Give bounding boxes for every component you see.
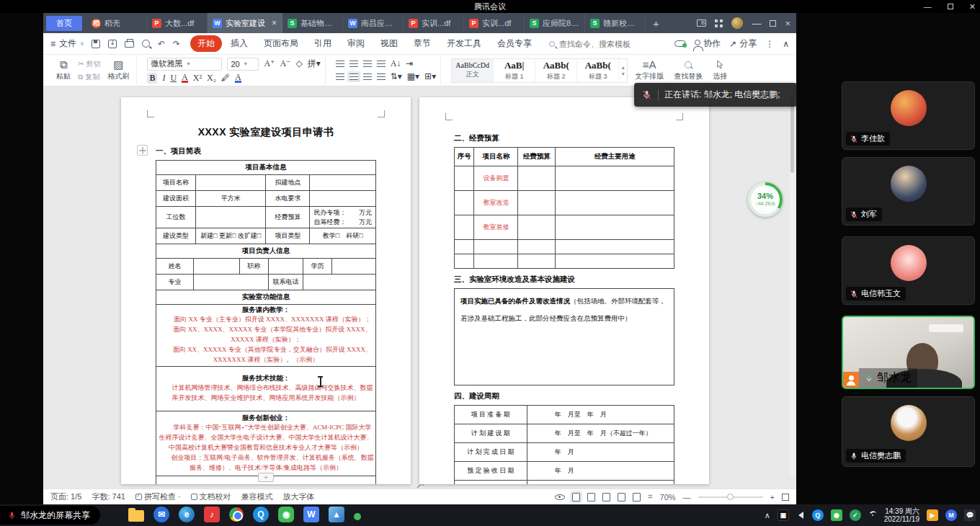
search-input[interactable] xyxy=(559,40,653,48)
zoom-out-icon[interactable]: — xyxy=(683,493,691,502)
align-justify-icon[interactable] xyxy=(377,73,386,80)
participant-tile[interactable]: 李佳歆 xyxy=(842,81,975,150)
read-view-icon[interactable] xyxy=(602,493,610,502)
font-size-select[interactable]: 20▾ xyxy=(227,58,259,71)
web-view-icon[interactable] xyxy=(618,493,625,502)
qq-icon[interactable]: Q xyxy=(253,507,269,522)
font-name-select[interactable]: 微软雅黑▾ xyxy=(147,58,222,71)
menu-tab-review[interactable]: 审阅 xyxy=(340,35,372,52)
edge-browser-icon[interactable]: e xyxy=(179,507,195,522)
menu-tab-page-layout[interactable]: 页面布局 xyxy=(257,35,306,52)
account-avatar[interactable] xyxy=(731,17,743,29)
photos-icon[interactable]: ▲ xyxy=(329,507,344,522)
menu-tab-home[interactable]: 开始 xyxy=(190,35,222,52)
zoom-slider[interactable] xyxy=(698,496,763,498)
close-icon[interactable]: ✕ xyxy=(969,2,976,12)
chrome-icon[interactable] xyxy=(229,507,244,522)
line-spacing-icon[interactable]: ⇅▾ xyxy=(391,71,402,82)
document-scrollbar[interactable] xyxy=(790,89,795,476)
menu-tab-developer[interactable]: 开发工具 xyxy=(440,35,489,52)
menu-tab-member[interactable]: 会员专享 xyxy=(490,35,539,52)
char-color-button[interactable]: A xyxy=(235,73,241,83)
more-icon[interactable]: ⋮ xyxy=(765,39,774,49)
participant-tile[interactable]: 电信韩玉文 xyxy=(842,236,975,305)
redo-icon[interactable]: ↷ xyxy=(173,39,180,49)
print-preview-icon[interactable] xyxy=(142,40,150,48)
menu-tab-insert[interactable]: 插入 xyxy=(223,35,255,52)
tab-sheet-1[interactable]: S 基础物理实验 xyxy=(282,13,343,33)
save-icon[interactable] xyxy=(92,40,100,48)
participant-tile[interactable]: 刘军 xyxy=(842,157,975,226)
tab-sheet-2[interactable]: S 应师院800C xyxy=(525,13,585,33)
new-tab-button[interactable]: + xyxy=(646,17,667,30)
tab-docer[interactable]: 稻 稻壳 xyxy=(86,13,147,33)
tab-pdf-1[interactable]: P 大数...df xyxy=(147,13,208,33)
cloud-sync-icon[interactable] xyxy=(674,40,686,47)
style-heading-1[interactable]: AaB| 标题 1 xyxy=(494,59,535,82)
tab-pdf-2[interactable]: P 实训...df xyxy=(404,13,464,33)
spell-check-toggle[interactable]: 拼写检查 · xyxy=(135,491,181,502)
number-list-icon[interactable] xyxy=(349,61,358,67)
format-painter-button[interactable]: ▨ 格式刷 xyxy=(104,59,132,81)
bold-button[interactable]: B xyxy=(147,73,157,84)
tray-clock[interactable]: 14:39 周六 2022/11/19 xyxy=(884,507,919,523)
tab-sheet-3[interactable]: S 赣新校区实训 xyxy=(585,13,646,33)
pinyin-icon[interactable]: 拼▾ xyxy=(308,58,321,70)
italic-button[interactable]: I xyxy=(162,73,165,84)
meeting-tray-icon[interactable]: ▣ xyxy=(778,509,789,521)
enlarge-font-button[interactable]: 放大字体 xyxy=(283,491,315,502)
notification-icon[interactable]: 💬 xyxy=(964,509,976,521)
eye-protection-icon[interactable] xyxy=(555,494,565,500)
wps-restore-icon[interactable] xyxy=(770,20,776,27)
mail-m-tray-icon[interactable]: M xyxy=(945,509,957,521)
add-paragraph-button[interactable]: + xyxy=(258,473,274,482)
ink-view-icon[interactable] xyxy=(633,493,641,502)
share-button[interactable]: ↗ 分享 xyxy=(729,37,757,50)
align-right-icon[interactable] xyxy=(363,73,372,80)
highlight-button[interactable]: 🖉 xyxy=(221,73,230,84)
volume-icon[interactable] xyxy=(795,512,803,519)
decrease-font-icon[interactable]: A⁻ xyxy=(280,58,290,69)
wechat-icon[interactable]: ◉ xyxy=(278,507,294,522)
maximize-icon[interactable] xyxy=(948,4,953,9)
thunderbird-icon[interactable]: ✉ xyxy=(153,507,169,522)
netease-music-icon[interactable]: ♪ xyxy=(204,507,220,522)
fullscreen-icon[interactable] xyxy=(782,494,789,501)
style-normal[interactable]: AaBbCcDd 正文 xyxy=(452,59,494,82)
text-layout-button[interactable]: ≡A 文字排版 xyxy=(632,59,667,81)
table-move-handle[interactable] xyxy=(137,145,148,156)
minimize-icon[interactable]: — xyxy=(924,2,932,11)
network-icon[interactable] xyxy=(868,511,877,520)
select-button[interactable]: 选择 xyxy=(710,59,730,81)
tray-expand-icon[interactable]: ∧ xyxy=(765,511,770,520)
indent-icon[interactable] xyxy=(377,61,386,67)
fit-window-icon[interactable]: ⌗ xyxy=(648,492,652,502)
menu-tab-references[interactable]: 引用 xyxy=(307,35,339,52)
document-page-1[interactable]: XXXX 实验室建设项目申请书 一、项目简表 项目基本信息 项目名称 xyxy=(121,97,411,484)
menu-tab-section[interactable]: 章节 xyxy=(406,35,438,52)
collaborate-button[interactable]: 协作 xyxy=(695,37,721,50)
tab-close-icon[interactable]: × xyxy=(272,18,277,28)
reading-mode-icon[interactable] xyxy=(697,19,706,27)
copy-button[interactable]: ⧉复制 xyxy=(78,72,100,82)
participant-tile[interactable]: 电信樊志鹏 xyxy=(842,396,975,467)
shading-icon[interactable]: ▦▾ xyxy=(407,71,419,82)
style-heading-2[interactable]: AaBb( 标题 2 xyxy=(535,59,577,82)
menu-tab-view[interactable]: 视图 xyxy=(373,35,405,52)
bullet-list-icon[interactable] xyxy=(336,61,344,67)
document-page-2[interactable]: 二、经费预算 序号项目名称 经费预算经费主要用途 设备购置 教室改造 教室装修 xyxy=(419,97,709,484)
export-icon[interactable] xyxy=(108,40,117,48)
proofread-button[interactable]: 文档校对 xyxy=(191,491,231,502)
outline-view-icon[interactable] xyxy=(587,493,595,502)
superscript-button[interactable]: X² xyxy=(193,73,202,84)
tab-doc-2[interactable]: W 南昌应用技 xyxy=(343,13,404,33)
collapse-ribbon-icon[interactable]: ∧ xyxy=(783,39,789,49)
increase-font-icon[interactable]: A⁺ xyxy=(264,58,275,69)
cut-button[interactable]: ✂剪切 xyxy=(78,59,100,69)
subscript-button[interactable]: X₂ xyxy=(207,73,216,84)
tab-stop-icon[interactable]: ⇥ xyxy=(406,58,413,69)
file-explorer-icon[interactable] xyxy=(128,510,144,522)
command-search[interactable] xyxy=(549,40,653,48)
file-menu[interactable]: ≡ 文件 ∨ xyxy=(50,37,84,50)
tab-pdf-3[interactable]: P 实训...df xyxy=(464,13,525,33)
